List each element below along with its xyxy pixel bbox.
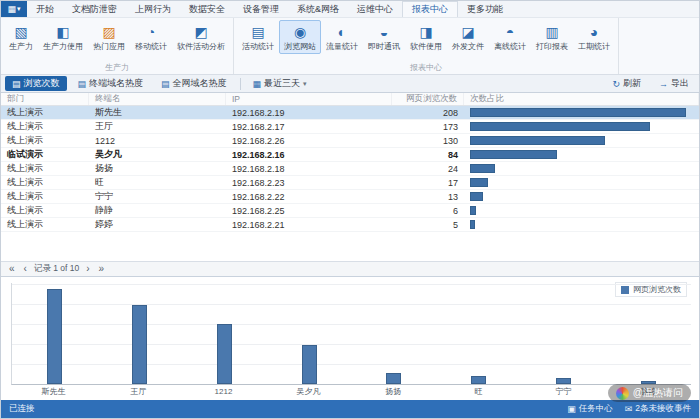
column-header[interactable]: 网页浏览次数 [392,93,464,105]
table-row[interactable]: 线上演示静静192.168.2.256 [1,204,699,218]
view-tab-button[interactable]: ▤浏览次数 [5,76,67,91]
toolbar-button[interactable]: ▥打印报表 [531,20,573,54]
table-row[interactable]: 线上演示1212192.168.2.26130 [1,134,699,148]
ribbon-tab[interactable]: 报表中心 [402,1,458,17]
cell-ip: 192.168.2.23 [226,178,392,188]
export-button[interactable]: →导出 [653,76,695,91]
toolbar-button[interactable]: ◩软件活动分析 [172,20,230,54]
ribbon-tab[interactable]: 设备管理 [234,1,288,17]
toolbar-button-label: 打印报表 [536,41,568,52]
toolbar-button[interactable]: ▧生产力 [4,20,38,54]
toolbar-button[interactable]: ◪外发文件 [447,20,489,54]
view-list-icon: ▤ [78,79,87,89]
ribbon-tab[interactable]: 文档防泄密 [63,1,126,17]
cell-department: 线上演示 [1,204,89,217]
toolbar-button-label: 浏览网站 [284,41,316,52]
next-page-button[interactable]: › [84,264,91,274]
view-tab-button[interactable]: ▤全网域名热度 [154,76,234,91]
action-label: 导出 [671,77,689,90]
report-table: 部门终端名IP网页浏览次数次数占比 线上演示斯先生192.168.2.19208… [1,93,699,261]
chart-bar-cell [12,283,97,384]
column-header[interactable]: 部门 [1,93,89,105]
table-row[interactable]: 线上演示斯先生192.168.2.19208 [1,106,699,120]
ribbon-tab-bar: ▦▾ 开始文档防泄密上网行为数据安全设备管理系统&网络运维中心报表中心更多功能 [1,1,699,18]
cell-ratio [464,108,699,117]
table-row[interactable]: 线上演示宁宁192.168.2.2213 [1,190,699,204]
app-menu-button[interactable]: ▦▾ [1,1,27,17]
ribbon-tab[interactable]: 运维中心 [348,1,402,17]
table-row[interactable]: 线上演示扬扬192.168.2.1824 [1,162,699,176]
period-selector[interactable]: ▦ 最近三天 ▾ [247,76,313,91]
table-row[interactable]: 临试演示吴夕凡192.168.2.1684 [1,148,699,162]
chart-x-label: 吴夕凡 [266,385,351,398]
toolbar-button[interactable]: ◨软件使用 [405,20,447,54]
toolbar-button[interactable]: ◕工期统计 [573,20,615,54]
table-row[interactable]: 线上演示王厅192.168.2.17173 [1,120,699,134]
ratio-bar-track [470,164,693,173]
column-header[interactable]: 终端名 [89,93,226,105]
activity-icon: ▤ [251,24,264,40]
toolbar-button-label: 外发文件 [452,41,484,52]
toolbar-group: ▤活动统计◉浏览网站◐流量统计◒即时通讯◨软件使用◪外发文件◓离线统计▥打印报表… [234,18,619,74]
browse-web-icon: ◉ [294,24,306,40]
last-page-button[interactable]: » [97,264,107,274]
view-tab-button[interactable]: ▤终端域名热度 [71,76,151,91]
ribbon-tab[interactable]: 开始 [27,1,63,17]
chart-bar [302,345,317,384]
task-icon: ▣ [567,404,576,414]
calendar-icon: ▦ [253,79,262,89]
table-row[interactable]: 线上演示旺192.168.2.2317 [1,176,699,190]
caret-down-icon: ▾ [17,5,21,13]
chart-x-label: 扬扬 [351,385,436,398]
toolbar-button[interactable]: ◐流量统计 [321,20,363,54]
chart-bar-cell [352,283,437,384]
export-icon: → [659,79,668,89]
toolbar-button[interactable]: ▨热门应用 [88,20,130,54]
cell-ratio [464,136,699,145]
toolbar-button[interactable]: ▤活动统计 [237,20,279,54]
toolbar-button[interactable]: ◧生产力使用 [38,20,88,54]
ribbon-tab[interactable]: 系统&网络 [288,1,348,17]
activity-stats-icon: ◔ [147,24,155,40]
refresh-icon: ↻ [612,79,620,89]
cell-ratio [464,220,699,229]
divider [240,78,241,90]
refresh-button[interactable]: ↻刷新 [606,76,647,91]
ratio-bar-track [470,122,693,131]
toolbar-button-label: 即时通讯 [368,41,400,52]
toolbar-button[interactable]: ◓离线统计 [489,20,531,54]
cell-terminal-name: 王厅 [89,120,226,133]
ribbon-tab[interactable]: 更多功能 [458,1,512,17]
ratio-bar-track [470,108,693,117]
cell-ip: 192.168.2.21 [226,220,392,230]
status-item-label: 2条未接收事件 [635,403,691,415]
cell-ip: 192.168.2.19 [226,108,392,118]
unreceived-events-item[interactable]: ✉2条未接收事件 [625,403,691,415]
ratio-bar-track [470,150,693,159]
app-grid-icon: ▦ [7,4,16,14]
toolbar-button-label: 热门应用 [93,41,125,52]
cell-department: 线上演示 [1,134,89,147]
prev-page-button[interactable]: ‹ [22,264,29,274]
ribbon-tab[interactable]: 数据安全 [180,1,234,17]
cell-count: 84 [392,150,464,160]
view-tab-label: 全网域名热度 [173,77,227,90]
column-header[interactable]: 次数占比 [464,93,699,105]
view-list-icon: ▤ [161,79,170,89]
toolbar-button[interactable]: ◒即时通讯 [363,20,405,54]
task-center-item[interactable]: ▣任务中心 [567,403,613,415]
cell-ratio [464,164,699,173]
toolbar-button[interactable]: ◉浏览网站 [279,20,321,54]
ribbon-tab[interactable]: 上网行为 [126,1,180,17]
cell-ratio [464,192,699,201]
toolbar-button[interactable]: ◔移动统计 [130,20,172,54]
chart-bar-cell [182,283,267,384]
cell-ip: 192.168.2.26 [226,136,392,146]
cell-department: 线上演示 [1,106,89,119]
chart-bar [471,376,486,384]
table-row[interactable]: 线上演示婷婷192.168.2.215 [1,218,699,232]
column-header[interactable]: IP [226,93,392,105]
cell-terminal-name: 1212 [89,136,226,146]
first-page-button[interactable]: « [7,264,17,274]
chart-bar [556,378,571,384]
